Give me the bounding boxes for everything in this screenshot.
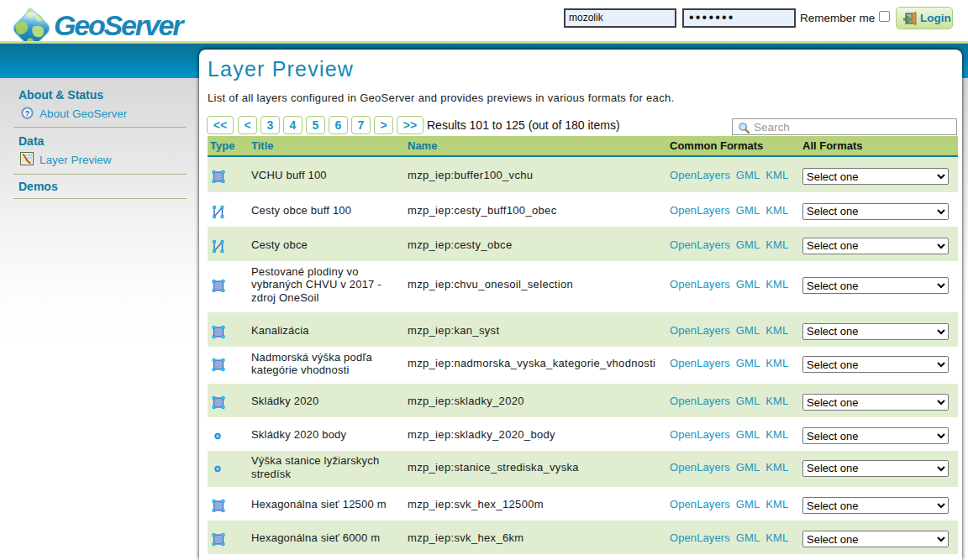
- svg-text:?: ?: [24, 108, 29, 118]
